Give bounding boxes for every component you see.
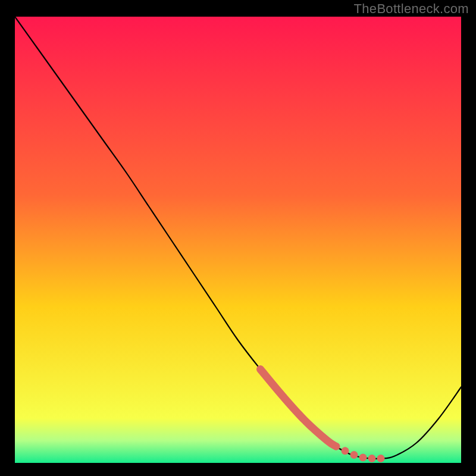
highlight-dot [342, 447, 349, 455]
highlight-dot [377, 455, 385, 462]
highlight-dot [359, 454, 367, 462]
chart-svg [15, 17, 461, 463]
chart-container: TheBottleneck.com [0, 0, 476, 476]
highlight-dot [368, 455, 376, 462]
plot-area [15, 17, 461, 463]
watermark-text: TheBottleneck.com [354, 1, 469, 17]
highlight-dot [350, 451, 358, 459]
gradient-background [15, 17, 461, 463]
